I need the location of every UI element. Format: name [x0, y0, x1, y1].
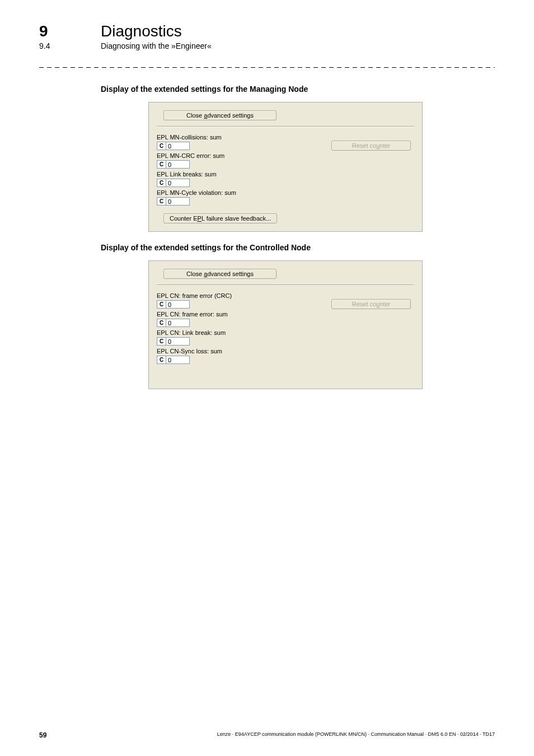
c-indicator: C — [157, 337, 166, 346]
field-value-cn-sync-loss[interactable]: 0 — [166, 356, 190, 364]
heading-managing-node: Display of the extended settings for the… — [101, 85, 495, 94]
c-indicator: C — [157, 197, 166, 206]
reset-counter-button[interactable]: Reset counter — [331, 299, 411, 309]
close-advanced-settings-button[interactable]: Close advanced settings — [163, 269, 277, 279]
field-value-mn-crc[interactable]: 0 — [166, 160, 190, 169]
c-indicator: C — [157, 300, 166, 309]
btn-text-post: dvanced settings — [207, 112, 254, 119]
heading-controlled-node: Display of the extended settings for the… — [101, 243, 495, 252]
section-number: 9.4 — [39, 41, 62, 50]
close-advanced-settings-button[interactable]: Close advanced settings — [163, 110, 277, 120]
c-indicator: C — [157, 142, 166, 150]
field-label-cn-frame-crc: EPL CN: frame error (CRC) — [157, 292, 331, 299]
field-value-cn-frame-crc[interactable]: 0 — [166, 300, 190, 309]
section-title: Diagnosing with the »Engineer« — [101, 41, 212, 50]
field-value-cn-frame-sum[interactable]: 0 — [166, 319, 190, 327]
field-value-link-breaks[interactable]: 0 — [166, 179, 190, 187]
divider-dashed — [39, 67, 495, 68]
field-label-mn-collisions: EPL MN-collisions: sum — [157, 134, 331, 141]
btn-text-post: dvanced settings — [207, 270, 254, 277]
c-indicator: C — [157, 319, 166, 327]
field-value-cn-link-break[interactable]: 0 — [166, 337, 190, 346]
btn-text-pre: Counter E — [170, 215, 198, 222]
btn-text-post: nter — [380, 142, 390, 149]
field-value-mn-cycle[interactable]: 0 — [166, 197, 190, 206]
btn-text-post: nter — [380, 301, 390, 307]
footer-text: Lenze · E94AYCEP communication module (P… — [217, 731, 495, 739]
btn-text-pre: Close — [186, 112, 204, 119]
chapter-title: Diagnostics — [101, 22, 182, 40]
btn-text-pre: Reset co — [352, 301, 376, 307]
field-label-link-breaks: EPL Link breaks: sum — [157, 171, 331, 178]
btn-text-pre: Close — [186, 270, 204, 277]
panel-managing-node: Close advanced settings EPL MN-collision… — [148, 102, 423, 232]
counter-epl-failure-feedback-button[interactable]: Counter EPL failure slave feedback... — [163, 213, 277, 223]
btn-hotkey: P — [198, 215, 202, 222]
btn-text-post: L failure slave feedback... — [202, 215, 271, 222]
btn-text-pre: Reset co — [352, 142, 376, 149]
field-label-mn-crc: EPL MN-CRC error: sum — [157, 152, 331, 159]
reset-counter-button[interactable]: Reset counter — [331, 141, 411, 151]
chapter-number: 9 — [39, 22, 62, 40]
divider-line — [157, 284, 414, 286]
field-label-cn-sync-loss: EPL CN-Sync loss: sum — [157, 348, 331, 354]
field-value-mn-collisions[interactable]: 0 — [166, 142, 190, 150]
field-label-mn-cycle: EPL MN-Cycle violation: sum — [157, 189, 331, 196]
c-indicator: C — [157, 356, 166, 364]
c-indicator: C — [157, 160, 166, 169]
field-label-cn-link-break: EPL CN: Link break: sum — [157, 329, 331, 336]
field-label-cn-frame-sum: EPL CN: frame error: sum — [157, 311, 331, 318]
page-number: 59 — [39, 731, 46, 739]
panel-controlled-node: Close advanced settings EPL CN: frame er… — [148, 260, 423, 389]
c-indicator: C — [157, 179, 166, 187]
divider-line — [157, 126, 414, 127]
